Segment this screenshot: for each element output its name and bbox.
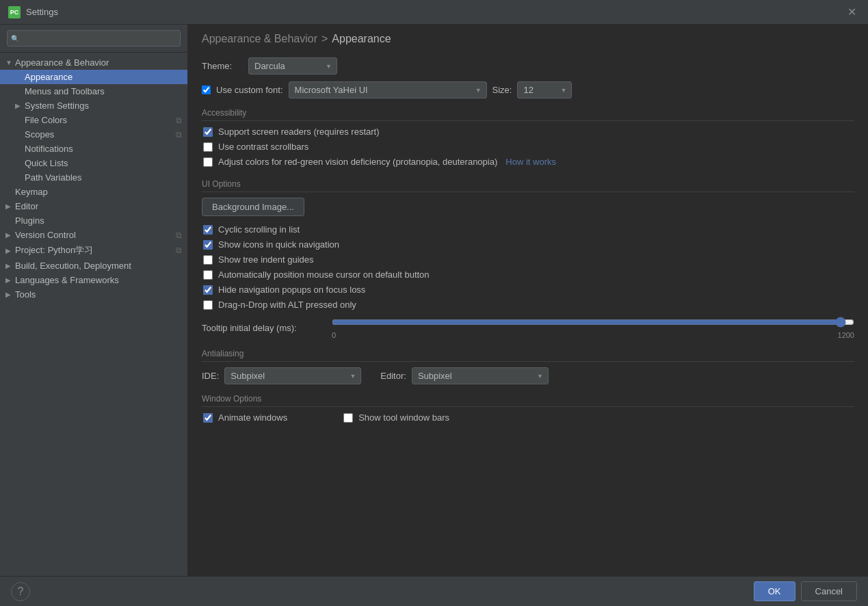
theme-dropdown[interactable]: Darcula IntelliJ Light High contrast [248, 57, 337, 75]
sidebar-item-label: File Colors [25, 115, 176, 125]
theme-label: Theme: [202, 61, 243, 71]
sidebar-item-path-variables[interactable]: Path Variables [0, 170, 187, 185]
hide-nav-popups-label[interactable]: Hide navigation popups on focus loss [218, 285, 365, 295]
font-dropdown[interactable]: Microsoft YaHei UI [289, 81, 487, 98]
ok-button[interactable]: OK [754, 581, 795, 601]
show-icons-checkbox[interactable] [203, 240, 213, 250]
close-button[interactable]: ✕ [843, 4, 860, 21]
show-icons-label[interactable]: Show icons in quick navigation [218, 239, 339, 250]
sidebar-item-label: Quick Lists [25, 158, 187, 168]
breadcrumb-current: Appearance [332, 33, 391, 45]
drag-n-drop-label[interactable]: Drag-n-Drop with ALT pressed only [218, 300, 356, 310]
expand-arrow: ▶ [5, 276, 15, 284]
search-input[interactable] [7, 30, 181, 47]
expand-arrow: ▶ [15, 102, 25, 109]
cyclic-scrolling-label[interactable]: Cyclic scrolling in list [218, 224, 300, 235]
antialiasing-section-label: Antialiasing [202, 349, 854, 362]
help-button[interactable]: ? [11, 582, 30, 601]
sidebar-item-label: Appearance [25, 72, 187, 82]
breadcrumb-parent: Appearance & Behavior [202, 33, 317, 45]
tooltip-delay-label: Tooltip initial delay (ms): [202, 323, 325, 333]
sidebar: ▼ Appearance & Behavior Appearance Menus… [0, 25, 188, 576]
ide-aa-dropdown-wrapper: Subpixel Greyscale No antialiasing [224, 367, 361, 384]
tooltip-slider[interactable] [332, 317, 854, 328]
sidebar-item-label: Project: Python学习 [15, 244, 176, 256]
sidebar-item-label: Path Variables [25, 172, 187, 183]
animate-windows-label[interactable]: Animate windows [218, 412, 287, 423]
hide-nav-popups-row: Hide navigation popups on focus loss [202, 285, 854, 295]
cyclic-scrolling-checkbox[interactable] [203, 225, 213, 235]
show-tool-window-bars-checkbox[interactable] [343, 413, 353, 423]
slider-max: 1200 [838, 331, 854, 339]
sidebar-item-keymap[interactable]: Keymap [0, 185, 187, 199]
sidebar-item-quick-lists[interactable]: Quick Lists [0, 156, 187, 170]
expand-arrow: ▼ [5, 59, 15, 66]
sidebar-item-plugins[interactable]: Plugins [0, 213, 187, 228]
show-tree-indent-checkbox[interactable] [203, 255, 213, 265]
editor-aa-dropdown[interactable]: Subpixel Greyscale No antialiasing [412, 367, 549, 384]
sidebar-item-notifications[interactable]: Notifications [0, 142, 187, 156]
show-tree-indent-label[interactable]: Show tree indent guides [218, 254, 313, 265]
contrast-scrollbars-checkbox[interactable] [203, 142, 213, 152]
theme-dropdown-wrapper: Darcula IntelliJ Light High contrast [248, 57, 337, 75]
sidebar-item-system-settings[interactable]: ▶ System Settings [0, 98, 187, 113]
search-section [0, 25, 187, 53]
title-bar: PC Settings ✕ [0, 0, 868, 25]
contrast-scrollbars-label[interactable]: Use contrast scrollbars [218, 142, 308, 152]
contrast-scrollbars-row: Use contrast scrollbars [202, 142, 854, 152]
size-dropdown[interactable]: 12 11 13 14 [517, 81, 572, 98]
tooltip-slider-wrapper: 0 1200 [332, 317, 854, 339]
sidebar-item-label: Keymap [15, 187, 187, 197]
sidebar-item-file-colors[interactable]: File Colors ⧉ [0, 113, 187, 127]
window-title: Settings [26, 7, 58, 17]
ide-aa-label: IDE: [202, 371, 219, 381]
expand-arrow: ▶ [5, 231, 15, 239]
adjust-colors-label[interactable]: Adjust colors for red-green vision defic… [218, 157, 497, 167]
sidebar-item-version-control[interactable]: ▶ Version Control ⧉ [0, 228, 187, 242]
expand-arrow: ▶ [5, 247, 15, 254]
cancel-button[interactable]: Cancel [801, 581, 857, 601]
show-icons-row: Show icons in quick navigation [202, 239, 854, 250]
ide-aa-dropdown[interactable]: Subpixel Greyscale No antialiasing [224, 367, 361, 384]
font-dropdown-wrapper: Microsoft YaHei UI [289, 81, 487, 98]
sidebar-item-languages-frameworks[interactable]: ▶ Languages & Frameworks [0, 273, 187, 287]
sidebar-item-appearance-behavior[interactable]: ▼ Appearance & Behavior [0, 55, 187, 70]
sidebar-item-label: System Settings [25, 101, 187, 111]
sidebar-item-appearance[interactable]: Appearance [0, 70, 187, 84]
background-image-button[interactable]: Background Image... [202, 198, 304, 216]
sidebar-item-tools[interactable]: ▶ Tools [0, 287, 187, 302]
auto-position-label[interactable]: Automatically position mouse cursor on d… [218, 269, 430, 280]
auto-position-checkbox[interactable] [203, 270, 213, 280]
sidebar-item-editor[interactable]: ▶ Editor [0, 199, 187, 213]
sidebar-item-label: Menus and Toolbars [25, 86, 187, 96]
sidebar-item-scopes[interactable]: Scopes ⧉ [0, 127, 187, 142]
auto-position-row: Automatically position mouse cursor on d… [202, 269, 854, 280]
support-screen-readers-label[interactable]: Support screen readers (requires restart… [218, 127, 380, 137]
sidebar-item-label: Tools [15, 289, 187, 300]
sidebar-item-label: Plugins [15, 215, 187, 226]
content-area: Appearance & Behavior > Appearance Theme… [188, 25, 868, 576]
custom-font-label[interactable]: Use custom font: [216, 85, 283, 95]
animate-windows-checkbox[interactable] [203, 413, 213, 423]
adjust-colors-checkbox[interactable] [203, 157, 213, 167]
editor-aa-label: Editor: [380, 371, 406, 381]
sidebar-item-menus-toolbars[interactable]: Menus and Toolbars [0, 84, 187, 98]
sidebar-tree: ▼ Appearance & Behavior Appearance Menus… [0, 53, 187, 576]
sidebar-item-build-execution[interactable]: ▶ Build, Execution, Deployment [0, 259, 187, 273]
slider-ticks: 0 1200 [332, 331, 854, 339]
tooltip-slider-section: Tooltip initial delay (ms): 0 1200 [202, 317, 854, 339]
cyclic-scrolling-row: Cyclic scrolling in list [202, 224, 854, 235]
how-it-works-link[interactable]: How it works [505, 157, 556, 167]
show-tool-window-bars-label[interactable]: Show tool window bars [358, 412, 449, 423]
hide-nav-popups-checkbox[interactable] [203, 285, 213, 295]
custom-font-checkbox[interactable] [202, 85, 211, 94]
sidebar-item-project-python[interactable]: ▶ Project: Python学习 ⧉ [0, 242, 187, 259]
editor-aa-item: Editor: Subpixel Greyscale No antialiasi… [380, 367, 549, 384]
ui-options-section: Background Image... Cyclic scrolling in … [202, 198, 854, 339]
ui-options-section-label: UI Options [202, 179, 854, 192]
drag-n-drop-checkbox[interactable] [203, 300, 213, 310]
support-screen-readers-checkbox[interactable] [203, 127, 213, 137]
support-screen-readers-row: Support screen readers (requires restart… [202, 127, 854, 137]
size-label: Size: [492, 85, 512, 95]
size-dropdown-wrapper: 12 11 13 14 [517, 81, 572, 98]
